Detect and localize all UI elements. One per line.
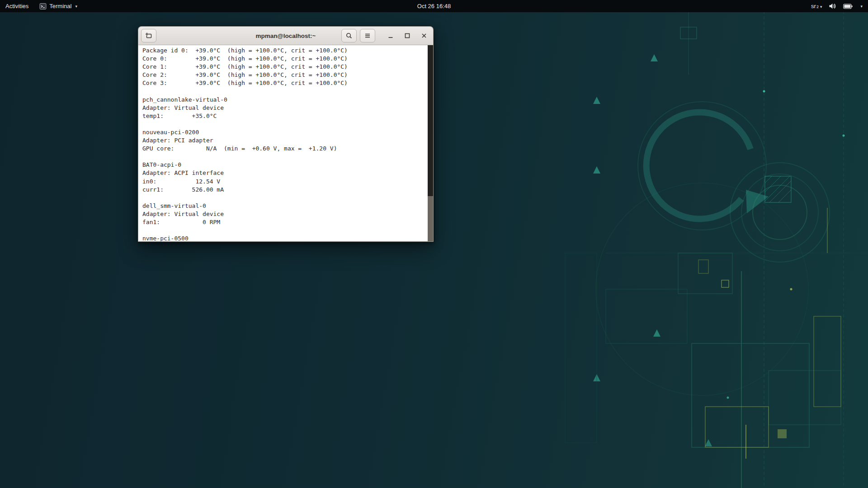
clock-calendar-button[interactable]: Oct 26 16:48 <box>413 0 455 12</box>
search-button[interactable] <box>341 29 357 42</box>
activities-label: Activities <box>5 3 28 9</box>
new-tab-icon <box>145 32 153 40</box>
volume-icon <box>829 3 836 9</box>
terminal-headerbar[interactable]: mpman@localhost:~ <box>138 26 434 45</box>
close-button[interactable] <box>418 29 430 42</box>
app-menu-label: Terminal <box>49 3 71 9</box>
chevron-down-icon: ▾ <box>75 4 77 9</box>
terminal-output: Package id 0: +39.0°C (high = +100.0°C, … <box>138 45 433 242</box>
search-icon <box>345 32 353 40</box>
gnome-top-bar: Activities Terminal ▾ Oct 26 16:48 sr2 ▾ <box>0 0 868 12</box>
minimize-button[interactable] <box>384 29 397 42</box>
keyboard-layout-code: sr <box>811 3 816 9</box>
keyboard-layout-variant: 2 <box>816 5 819 9</box>
hamburger-menu-icon <box>363 32 372 40</box>
desktop-wallpaper <box>0 0 868 488</box>
terminal-scrollbar[interactable] <box>428 45 433 241</box>
window-controls <box>384 29 430 42</box>
chevron-down-icon: ▾ <box>820 5 822 9</box>
terminal-window: mpman@localhost:~ <box>138 26 434 242</box>
scrollbar-thumb[interactable] <box>428 45 433 196</box>
battery-icon <box>843 4 853 9</box>
keyboard-layout-indicator[interactable]: sr2 ▾ <box>811 3 822 9</box>
app-menu-terminal[interactable]: Terminal ▾ <box>34 0 83 12</box>
clock-label: Oct 26 16:48 <box>417 3 451 9</box>
system-status-area[interactable]: sr2 ▾ ▾ <box>811 0 868 12</box>
activities-button[interactable]: Activities <box>0 0 34 12</box>
terminal-viewport[interactable]: Package id 0: +39.0°C (high = +100.0°C, … <box>138 45 434 242</box>
maximize-button[interactable] <box>401 29 414 42</box>
chevron-down-icon: ▾ <box>860 4 863 9</box>
terminal-app-icon <box>39 3 47 10</box>
close-icon <box>420 32 428 40</box>
maximize-icon <box>403 32 411 40</box>
blueprint-artwork <box>0 0 868 488</box>
minimize-icon <box>387 32 395 40</box>
new-tab-button[interactable] <box>141 29 156 42</box>
menu-button[interactable] <box>360 29 375 42</box>
window-title: mpman@localhost:~ <box>256 33 316 39</box>
